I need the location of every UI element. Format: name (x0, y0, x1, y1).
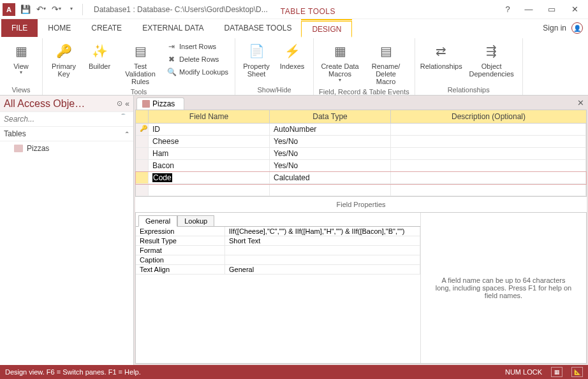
grid-row-empty[interactable] (136, 184, 586, 196)
undo-icon[interactable]: ↶▾ (34, 3, 47, 16)
insert-row-icon: ⇥ (166, 41, 177, 52)
qat-customize-icon[interactable]: ▾ (65, 3, 78, 16)
document-tab-pizzas[interactable]: Pizzas (136, 97, 184, 110)
cell-field-name[interactable]: ID (149, 124, 270, 135)
close-tab-icon[interactable]: ✕ (577, 98, 584, 108)
prop-tab-general[interactable]: General (138, 215, 177, 227)
col-description[interactable]: Description (Optional) (391, 110, 586, 123)
lightning-icon: ⚡ (282, 41, 302, 61)
col-field-name[interactable]: Field Name (149, 110, 270, 123)
view-datasheet-icon[interactable]: ▦ (551, 367, 562, 377)
prop-row-format[interactable]: Format (136, 246, 420, 255)
macro-icon: ▦ (330, 41, 350, 61)
rel-icon: ⇄ (431, 41, 452, 61)
tab-create[interactable]: CREATE (81, 19, 132, 37)
minimize-icon[interactable]: — (518, 3, 540, 17)
tab-design[interactable]: DESIGN (301, 21, 352, 38)
tab-database-tools[interactable]: DATABASE TOOLS (214, 19, 302, 37)
search-input[interactable] (4, 115, 129, 124)
grid-row[interactable]: 🔑 ID AutoNumber (136, 124, 586, 136)
grid-row[interactable]: Bacon Yes/No (136, 160, 586, 172)
row-selector[interactable] (136, 172, 149, 183)
row-selector[interactable] (136, 136, 149, 147)
row-selector-key[interactable]: 🔑 (136, 124, 149, 135)
property-pane: General Lookup ExpressionIIf([Cheese],"C… (135, 212, 587, 364)
wand-icon: ✨ (89, 41, 110, 61)
cell-field-name[interactable]: Bacon (149, 160, 270, 171)
prop-row-caption[interactable]: Caption (136, 255, 420, 265)
relationships-button[interactable]: ⇄Relationships (420, 39, 462, 71)
cell-data-type[interactable]: Calculated (270, 172, 391, 183)
sheet-icon: 📄 (246, 41, 267, 61)
insert-rows-button[interactable]: ⇥Insert Rows (165, 41, 230, 52)
primary-key-button[interactable]: 🔑Primary Key (48, 39, 80, 79)
cell-description[interactable] (391, 172, 586, 183)
redo-icon[interactable]: ↷▾ (50, 3, 62, 16)
prop-tab-lookup[interactable]: Lookup (177, 215, 214, 227)
key-icon: 🔑 (54, 41, 74, 61)
prop-row-expression[interactable]: ExpressionIIf([Cheese],"C","") & IIf([Ha… (136, 227, 420, 236)
nav-group-tables[interactable]: Tables⌃ (0, 127, 133, 141)
test-validation-button[interactable]: ▤Test Validation Rules (119, 39, 161, 87)
cell-description[interactable] (391, 148, 586, 159)
cell-description[interactable] (391, 124, 586, 135)
modify-lookups-button[interactable]: 🔍Modify Lookups (165, 66, 230, 78)
title-bar: A 💾 ↶▾ ↷▾ ▾ Database1 : Database- C:\Use… (0, 0, 588, 19)
grid-row[interactable]: Ham Yes/No (136, 148, 586, 160)
field-properties-label: Field Properties (135, 197, 587, 212)
tab-external-data[interactable]: EXTERNAL DATA (132, 19, 214, 37)
create-data-macros-button[interactable]: ▦Create Data Macros▾ (319, 39, 361, 85)
tab-file[interactable]: FILE (1, 19, 38, 37)
contextual-tab-label: TABLE TOOLS (274, 3, 342, 16)
cell-data-type[interactable]: Yes/No (270, 136, 391, 147)
table-icon (14, 145, 23, 152)
cell-description[interactable] (391, 160, 586, 171)
group-label-relationships: Relationships (420, 85, 517, 95)
design-grid: Field Name Data Type Description (Option… (135, 110, 587, 197)
grid-row[interactable]: Cheese Yes/No (136, 136, 586, 148)
save-icon[interactable]: 💾 (19, 3, 32, 16)
tab-home[interactable]: HOME (38, 19, 81, 37)
prop-row-text-align[interactable]: Text AlignGeneral (136, 265, 420, 275)
view-design-icon[interactable]: 📐 (571, 367, 583, 377)
deps-icon: ⇶ (481, 41, 502, 61)
property-grid: ExpressionIIf([Cheese],"C","") & IIf([Ha… (136, 226, 420, 275)
help-icon[interactable]: ? (499, 3, 517, 17)
cell-data-type[interactable]: Yes/No (270, 148, 391, 159)
nav-header[interactable]: All Access Obje… ⊙ « (0, 96, 133, 112)
cell-field-name[interactable]: Code (149, 172, 270, 183)
cell-field-name[interactable]: Ham (149, 148, 270, 159)
cell-field-name[interactable]: Cheese (149, 136, 270, 147)
col-data-type[interactable]: Data Type (270, 110, 391, 123)
nav-item-pizzas[interactable]: Pizzas (0, 141, 133, 155)
nav-search: 🔍 (0, 112, 133, 127)
indexes-button[interactable]: ⚡Indexes (276, 39, 308, 71)
close-icon[interactable]: ✕ (564, 3, 585, 17)
quick-access-toolbar: 💾 ↶▾ ↷▾ ▾ (19, 3, 85, 16)
cell-data-type[interactable]: AutoNumber (270, 124, 391, 135)
builder-button[interactable]: ✨Builder (84, 39, 115, 71)
cell-data-type[interactable]: Yes/No (270, 160, 391, 171)
ribbon-tabs: FILE HOME CREATE EXTERNAL DATA DATABASE … (0, 19, 588, 37)
cell-description[interactable] (391, 136, 586, 147)
collapse-icon[interactable]: « (125, 99, 129, 108)
row-selector[interactable] (136, 148, 149, 159)
prop-row-result-type[interactable]: Result TypeShort Text (136, 236, 420, 246)
sign-in-link[interactable]: Sign in (543, 24, 566, 32)
delete-rows-button[interactable]: ✖Delete Rows (165, 54, 230, 65)
object-dependencies-button[interactable]: ⇶Object Dependencies (466, 39, 517, 79)
restore-icon[interactable]: ▭ (541, 3, 562, 17)
document-area: Pizzas ✕ Field Name Data Type Descriptio… (134, 96, 588, 365)
lookup-icon: 🔍 (166, 67, 177, 77)
rename-delete-macro-button[interactable]: ▤Rename/ Delete Macro (365, 39, 407, 87)
grid-row-selected[interactable]: Code Calculated (136, 172, 586, 184)
rename-icon: ▤ (376, 41, 396, 61)
pin-icon[interactable]: ⊙ (117, 99, 122, 108)
account-icon[interactable]: 👤 (571, 22, 583, 34)
window-title: Database1 : Database- C:\Users\Gord\Desk… (94, 5, 268, 14)
view-button[interactable]: ▦View▾ (5, 39, 37, 77)
property-sheet-button[interactable]: 📄Property Sheet (240, 39, 272, 79)
check-icon: ▤ (130, 41, 151, 61)
row-selector[interactable] (136, 160, 149, 171)
property-help-text: A field name can be up to 64 characters … (420, 213, 586, 363)
